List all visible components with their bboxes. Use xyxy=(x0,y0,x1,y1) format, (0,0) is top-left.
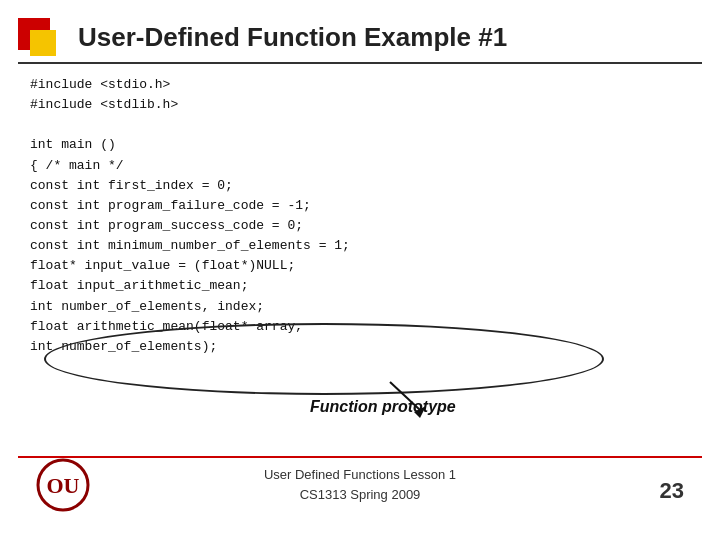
code-line-4: int main () xyxy=(30,135,690,155)
code-line-3 xyxy=(30,115,690,135)
ou-logo: OU xyxy=(36,458,90,512)
code-line-8: const int program_success_code = 0; xyxy=(30,216,690,236)
yellow-square xyxy=(30,30,56,56)
accent-decoration xyxy=(18,18,66,66)
code-line-10: float* input_value = (float*)NULL; xyxy=(30,256,690,276)
code-line-6: const int first_index = 0; xyxy=(30,176,690,196)
code-line-14: int number_of_elements); xyxy=(30,337,690,357)
code-line-13: float arithmetic_mean(float* array, xyxy=(30,317,690,337)
code-line-7: const int program_failure_code = -1; xyxy=(30,196,690,216)
svg-text:OU: OU xyxy=(47,473,80,498)
code-block: #include <stdio.h> #include <stdlib.h> i… xyxy=(30,75,690,357)
page-title: User-Defined Function Example #1 xyxy=(78,22,507,53)
code-line-1: #include <stdio.h> xyxy=(30,75,690,95)
footer-text: User Defined Functions Lesson 1 CS1313 S… xyxy=(264,465,456,504)
page-number: 23 xyxy=(660,478,684,504)
code-line-12: int number_of_elements, index; xyxy=(30,297,690,317)
course-name: User Defined Functions Lesson 1 xyxy=(264,465,456,485)
course-semester: CS1313 Spring 2009 xyxy=(264,485,456,505)
bottom-divider xyxy=(18,456,702,458)
code-line-2: #include <stdlib.h> xyxy=(30,95,690,115)
code-line-11: float input_arithmetic_mean; xyxy=(30,276,690,296)
code-line-9: const int minimum_number_of_elements = 1… xyxy=(30,236,690,256)
function-prototype-label: Function prototype xyxy=(310,398,456,416)
title-divider xyxy=(18,62,702,64)
code-line-5: { /* main */ xyxy=(30,156,690,176)
